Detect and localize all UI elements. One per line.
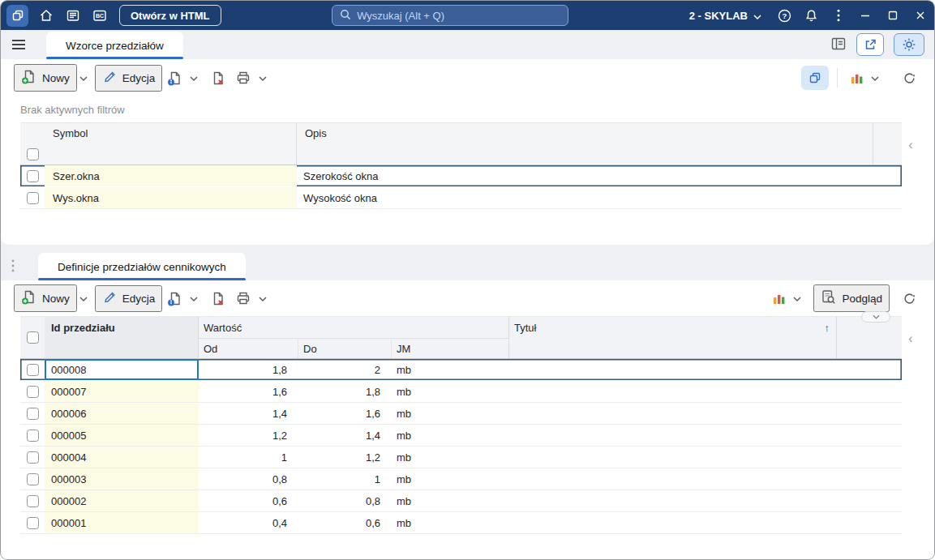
row-checkbox[interactable]	[20, 403, 45, 424]
help-icon[interactable]: ?	[771, 1, 798, 30]
header-filter-cell	[45, 143, 297, 165]
table-row[interactable]: 000001 0,4 0,6 mb	[20, 512, 902, 534]
table-row[interactable]: 000005 1,2 1,4 mb	[20, 425, 902, 447]
table-row[interactable]: 000004 1 1,2 mb	[20, 447, 902, 468]
row-checkbox[interactable]	[20, 381, 45, 402]
row-spacer	[873, 187, 902, 208]
column-header-jm[interactable]: JM	[392, 339, 509, 358]
table-row[interactable]: 000007 1,6 1,8 mb	[20, 381, 902, 403]
column-header-opis[interactable]: Opis	[297, 123, 873, 143]
document-info-button[interactable]	[162, 67, 187, 89]
close-button[interactable]	[907, 1, 934, 30]
maximize-button[interactable]	[879, 1, 907, 30]
row-spacer	[837, 468, 902, 489]
global-search[interactable]	[332, 5, 568, 26]
minimize-button[interactable]	[851, 1, 879, 30]
row-spacer	[837, 425, 902, 446]
column-header-tytul[interactable]: Tytuł ↑	[509, 317, 837, 358]
patterns-toolbar-right	[801, 66, 921, 90]
patterns-panel: Nowy Edycja	[1, 59, 934, 245]
document-dropdown-chevron-icon[interactable]	[187, 73, 200, 83]
filter-status: Brak aktywnych filtrów	[20, 100, 934, 119]
row-checkbox[interactable]	[20, 165, 45, 186]
home-icon[interactable]	[32, 1, 59, 30]
tytul-cell	[509, 490, 837, 511]
new-dropdown-chevron-icon[interactable]	[77, 293, 90, 303]
print-dropdown-chevron-icon[interactable]	[256, 73, 269, 83]
delete-document-button[interactable]	[205, 67, 230, 89]
refresh-icon[interactable]	[898, 68, 921, 88]
news-icon[interactable]	[59, 1, 86, 30]
table-row[interactable]: 000003 0,8 1 mb	[20, 468, 902, 490]
select-all-checkbox[interactable]	[20, 143, 45, 165]
do-cell: 0,6	[298, 512, 392, 533]
drag-handle-icon[interactable]	[1, 251, 25, 280]
patterns-table-wrap: Symbol Opis Szer.okna Szerokość okna	[20, 122, 920, 209]
delete-document-button[interactable]	[205, 288, 230, 310]
table-row[interactable]: Wys.okna Wysokość okna	[20, 187, 902, 209]
app-logo-icon[interactable]	[6, 5, 28, 27]
preview-button[interactable]: Podgląd	[813, 284, 890, 312]
chart-button[interactable]	[768, 289, 791, 308]
column-header-do[interactable]: Do	[298, 339, 392, 358]
expand-band-button[interactable]	[861, 311, 890, 323]
row-checkbox[interactable]	[20, 447, 45, 468]
od-cell: 0,4	[199, 512, 298, 533]
new-button[interactable]: Nowy	[14, 64, 77, 92]
row-checkbox[interactable]	[20, 468, 45, 489]
tab-definicje-przedzialow[interactable]: Definicje przedziałów cennikowych	[38, 253, 246, 280]
row-checkbox[interactable]	[20, 187, 45, 208]
company-selector[interactable]: 2 - SKYLAB	[680, 1, 771, 30]
print-button[interactable]	[230, 67, 256, 88]
table-row[interactable]: 000002 0,6 0,8 mb	[20, 490, 902, 512]
table-row[interactable]: Szer.okna Szerokość okna	[20, 165, 902, 187]
new-button[interactable]: Nowy	[14, 284, 77, 312]
theme-sun-button[interactable]	[894, 33, 924, 56]
column-header-od[interactable]: Od	[199, 339, 298, 358]
document-info-button[interactable]	[162, 288, 187, 310]
search-input[interactable]	[357, 10, 560, 22]
chart-button[interactable]	[846, 69, 869, 88]
chart-dropdown-chevron-icon[interactable]	[791, 293, 804, 303]
collapse-panel-handle[interactable]: ‹	[902, 316, 920, 534]
refresh-icon[interactable]	[898, 289, 921, 309]
panels-icon[interactable]	[830, 36, 847, 53]
row-checkbox[interactable]	[20, 359, 45, 380]
select-all-checkbox[interactable]	[20, 317, 45, 358]
collapse-panel-handle[interactable]: ‹	[902, 122, 920, 209]
edit-button[interactable]: Edycja	[95, 65, 163, 92]
symbol-cell: Wys.okna	[45, 187, 297, 208]
print-dropdown-chevron-icon[interactable]	[256, 293, 269, 303]
od-cell: 1	[199, 447, 298, 468]
document-dropdown-chevron-icon[interactable]	[187, 293, 200, 303]
do-cell: 1,8	[298, 381, 392, 402]
tytul-cell	[509, 403, 837, 424]
row-spacer	[837, 403, 902, 424]
tab-wzorce-przedzialow[interactable]: Wzorce przedziałów	[46, 32, 183, 59]
bell-icon[interactable]	[798, 1, 825, 30]
bc-icon[interactable]: BC	[86, 1, 113, 30]
table-row[interactable]: 000006 1,4 1,6 mb	[20, 403, 902, 425]
column-header-symbol[interactable]: Symbol	[45, 123, 297, 143]
header-spacer	[873, 123, 902, 143]
row-checkbox[interactable]	[20, 512, 45, 533]
tab-label: Wzorce przedziałów	[66, 40, 164, 52]
column-band-wartosc[interactable]: Wartość	[199, 317, 509, 339]
kebab-menu-icon[interactable]	[825, 1, 851, 30]
tytul-cell	[509, 381, 837, 402]
row-checkbox[interactable]	[20, 490, 45, 511]
print-button[interactable]	[230, 288, 256, 309]
table-row[interactable]: 000008 1,8 2 mb	[20, 359, 902, 381]
new-button-label: Nowy	[42, 293, 70, 305]
chart-dropdown-chevron-icon[interactable]	[869, 73, 881, 83]
new-dropdown-chevron-icon[interactable]	[77, 73, 90, 83]
share-button[interactable]	[856, 33, 884, 56]
tytul-cell	[509, 512, 837, 533]
edit-button[interactable]: Edycja	[95, 285, 163, 312]
column-header-id[interactable]: Id przedziału	[45, 317, 199, 358]
open-in-html-button[interactable]: Otwórz w HTML	[119, 5, 221, 26]
row-checkbox[interactable]	[20, 425, 45, 446]
cards-view-button[interactable]	[801, 66, 829, 90]
hamburger-menu-icon[interactable]	[1, 30, 36, 59]
id-cell[interactable]: 000008	[45, 359, 199, 380]
